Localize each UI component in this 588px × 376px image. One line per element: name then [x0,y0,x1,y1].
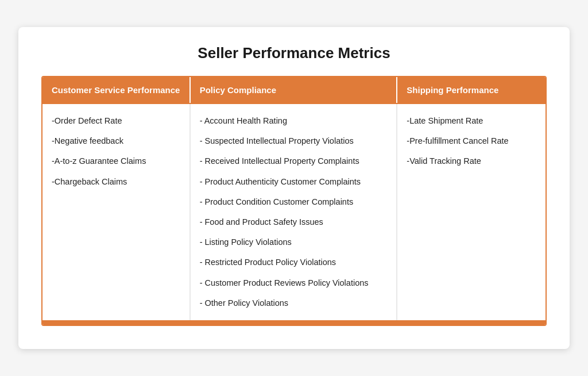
customer-service-list: -Order Defect Rate-Negative feedback-A-t… [52,114,180,189]
list-item: - Received Intellectual Property Complai… [200,155,388,168]
list-item: - Listing Policy Violations [200,236,388,249]
list-item: -Valid Tracking Rate [407,155,536,168]
list-item: - Other Policy Violations [200,297,388,310]
table-body: -Order Defect Rate-Negative feedback-A-t… [42,103,546,320]
list-item: - Product Authenticity Customer Complain… [200,175,388,189]
header-policy-compliance: Policy Compliance [191,77,398,103]
header-customer-service: Customer Service Performance [42,77,191,103]
col1-items: -Order Defect Rate-Negative feedback-A-t… [42,104,191,320]
table-footer [42,320,546,325]
list-item: - Suspected Intellectual Property Violat… [200,135,388,148]
list-item: - Restricted Product Policy Violations [200,256,388,269]
main-card: Seller Performance Metrics Customer Serv… [18,27,570,349]
performance-table: Customer Service Performance Policy Comp… [41,76,547,326]
list-item: -Pre-fulfillment Cancel Rate [407,135,536,148]
list-item: - Account Health Rating [200,114,388,128]
col3-items: -Late Shipment Rate-Pre-fulfillment Canc… [397,104,546,320]
table-header: Customer Service Performance Policy Comp… [42,77,546,103]
header-shipping-performance: Shipping Performance [397,77,546,103]
list-item: -Order Defect Rate [52,114,180,128]
list-item: -Negative feedback [52,135,180,148]
list-item: -A-to-z Guarantee Claims [52,155,180,168]
list-item: - Product Condition Customer Complaints [200,195,388,209]
list-item: - Customer Product Reviews Policy Violat… [200,277,388,290]
col2-items: - Account Health Rating- Suspected Intel… [191,104,398,320]
list-item: - Food and Product Safety Issues [200,216,388,229]
list-item: -Chargeback Claims [52,175,180,189]
shipping-performance-list: -Late Shipment Rate-Pre-fulfillment Canc… [407,114,536,168]
list-item: -Late Shipment Rate [407,114,536,128]
policy-compliance-list: - Account Health Rating- Suspected Intel… [200,114,388,310]
page-title: Seller Performance Metrics [41,44,547,62]
